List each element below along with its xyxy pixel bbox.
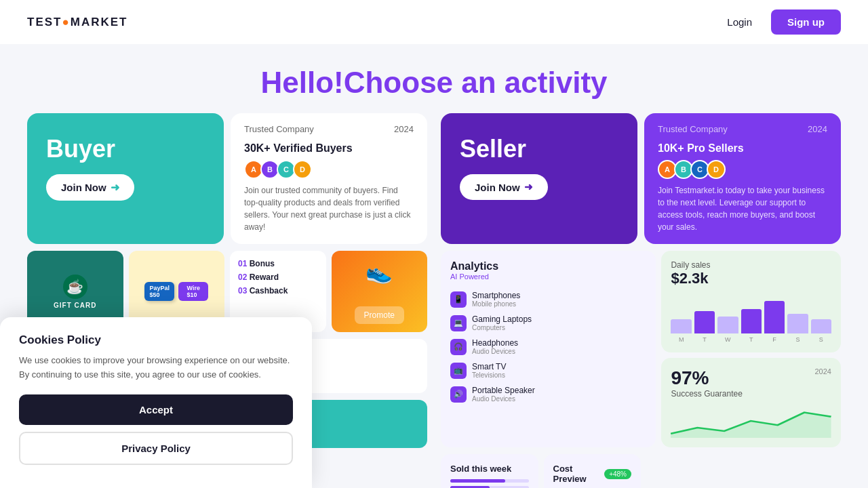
device-name: Portable Speaker bbox=[472, 386, 535, 395]
avatar: D bbox=[293, 160, 312, 179]
analytics-sub: AI Powered bbox=[450, 272, 646, 281]
success-year: 2024 bbox=[815, 367, 831, 375]
cost-preview-card: Cost Preview +48% $594 Marketing Budget bbox=[544, 454, 642, 488]
speaker-icon: 🔊 bbox=[450, 386, 467, 403]
shoe-promote-card: 👟 Promote bbox=[332, 251, 428, 332]
trusted-year: 2024 bbox=[394, 124, 414, 134]
seller-join-button[interactable]: Join Now ➜ bbox=[460, 174, 548, 200]
list-item: 🔊 Portable SpeakerAudio Devices bbox=[450, 382, 646, 406]
success-pct: 97% bbox=[671, 367, 742, 389]
device-list: 📱 SmartphonesMobile phones 💻 Gaming Lapt… bbox=[450, 287, 646, 406]
bar-chart bbox=[671, 293, 831, 333]
sellers-count: 10K+ Pro Sellers bbox=[658, 142, 827, 155]
navigation: TEST●MARKET Login Sign up bbox=[0, 0, 868, 44]
bar bbox=[717, 317, 738, 333]
buyer-avatars: A B C D bbox=[244, 160, 414, 179]
arrow-icon: ➜ bbox=[524, 181, 533, 193]
accept-button[interactable]: Accept bbox=[19, 394, 293, 425]
analytics-title: Analytics bbox=[450, 260, 646, 272]
list-item: 💻 Gaming LaptopsComputers bbox=[450, 311, 646, 335]
success-label: Success Guarantee bbox=[671, 389, 742, 399]
privacy-policy-button[interactable]: Privacy Policy bbox=[19, 432, 293, 465]
seller-title: Seller bbox=[460, 135, 618, 163]
cost-badge: +48% bbox=[604, 469, 631, 479]
subtitle: Choose an activity bbox=[344, 66, 608, 99]
list-item: 📺 Smart TVTelevisions bbox=[450, 359, 646, 382]
trusted-label: Trusted Company bbox=[658, 124, 728, 134]
buyer-card: Buyer Join Now ➜ bbox=[27, 113, 224, 244]
paypal-card: PayPal$50 bbox=[144, 282, 174, 301]
bar bbox=[671, 319, 691, 333]
seller-desc: Join Testmarket.io today to take your bu… bbox=[658, 184, 827, 233]
bar bbox=[811, 319, 831, 333]
wire-card: Wire$10 bbox=[178, 282, 208, 301]
hero-section: Hello!Choose an activity bbox=[0, 44, 868, 113]
list-item: 🎧 HeadphonesAudio Devices bbox=[450, 335, 646, 359]
device-name: Headphones bbox=[472, 338, 518, 348]
device-name: Gaming Laptops bbox=[472, 314, 532, 324]
login-button[interactable]: Login bbox=[716, 11, 763, 33]
buyers-count: 30K+ Verified Buyers bbox=[244, 142, 414, 155]
trusted-desc: Join our trusted community of buyers. Fi… bbox=[244, 184, 414, 233]
success-graph bbox=[671, 404, 831, 438]
daily-label: Daily sales bbox=[671, 260, 831, 270]
seller-panel: Seller Join Now ➜ Trusted Company 2024 1… bbox=[441, 113, 841, 488]
sold-week-card: Sold this week 200400600 bbox=[441, 454, 538, 488]
seller-card: Seller Join Now ➜ bbox=[441, 113, 637, 244]
bar bbox=[741, 309, 762, 333]
device-name: Smartphones bbox=[472, 291, 520, 300]
nav-actions: Login Sign up bbox=[716, 9, 841, 35]
cookie-banner: Cookies Policy We use cookies to improve… bbox=[0, 317, 312, 488]
list-item: 📱 SmartphonesMobile phones bbox=[450, 287, 646, 311]
signup-button[interactable]: Sign up bbox=[771, 9, 841, 35]
laptop-icon: 💻 bbox=[450, 315, 467, 331]
logo: TEST●MARKET bbox=[27, 16, 127, 29]
bar bbox=[694, 311, 715, 333]
bar bbox=[787, 314, 808, 333]
promote-button[interactable]: Promote bbox=[355, 306, 404, 324]
smartphone-icon: 📱 bbox=[450, 291, 467, 308]
bar-labels: M T W T F S S bbox=[671, 336, 831, 343]
cookie-title: Cookies Policy bbox=[19, 333, 293, 347]
buyer-trusted-card: Trusted Company 2024 30K+ Verified Buyer… bbox=[231, 113, 427, 244]
cookie-text: We use cookies to improve your browsing … bbox=[19, 354, 293, 382]
buyer-join-button[interactable]: Join Now ➜ bbox=[46, 174, 134, 201]
buyer-title: Buyer bbox=[46, 135, 205, 163]
trusted-year: 2024 bbox=[808, 124, 827, 134]
gift-card-label: GIFT CARD bbox=[54, 302, 96, 309]
seller-avatars: A B C D bbox=[658, 160, 827, 179]
bar bbox=[764, 301, 785, 333]
greeting: Hello! bbox=[260, 66, 343, 99]
sold-label: Sold this week bbox=[450, 464, 529, 474]
seller-trusted-card: Trusted Company 2024 10K+ Pro Sellers A … bbox=[644, 113, 841, 244]
page-title: Hello!Choose an activity bbox=[0, 66, 868, 100]
analytics-card: Analytics AI Powered 📱 SmartphonesMobile… bbox=[441, 251, 656, 447]
trusted-label: Trusted Company bbox=[244, 124, 314, 134]
arrow-icon: ➜ bbox=[111, 181, 119, 194]
device-name: Smart TV bbox=[472, 362, 506, 371]
headphone-icon: 🎧 bbox=[450, 339, 467, 355]
cost-label: Cost Preview bbox=[553, 464, 601, 484]
avatar: D bbox=[707, 160, 726, 179]
daily-amount: $2.3k bbox=[671, 270, 831, 287]
daily-sales-card: Daily sales $2.3k M T W bbox=[661, 251, 841, 352]
success-card: 97% Success Guarantee 2024 bbox=[661, 358, 841, 447]
tv-icon: 📺 bbox=[450, 363, 467, 379]
